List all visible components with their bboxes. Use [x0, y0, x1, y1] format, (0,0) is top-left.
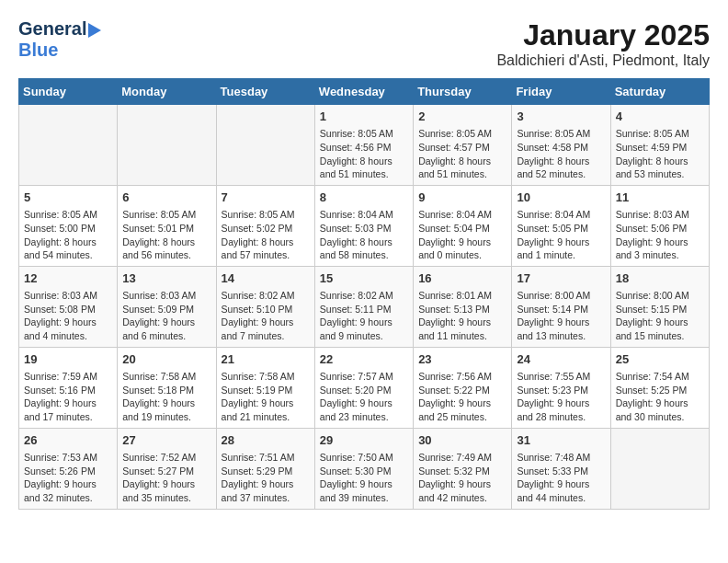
- calendar-cell: 10Sunrise: 8:04 AMSunset: 5:05 PMDayligh…: [512, 185, 610, 266]
- day-header-wednesday: Wednesday: [314, 79, 413, 105]
- calendar-week-5: 26Sunrise: 7:53 AMSunset: 5:26 PMDayligh…: [19, 428, 710, 509]
- day-number: 1: [320, 109, 408, 125]
- calendar-cell: 11Sunrise: 8:03 AMSunset: 5:06 PMDayligh…: [610, 185, 709, 266]
- day-content: Sunset: 5:00 PM: [24, 222, 112, 236]
- calendar-week-1: 1Sunrise: 8:05 AMSunset: 4:56 PMDaylight…: [19, 105, 710, 186]
- calendar-cell: 31Sunrise: 7:48 AMSunset: 5:33 PMDayligh…: [512, 428, 610, 509]
- calendar-cell: 21Sunrise: 7:58 AMSunset: 5:19 PMDayligh…: [216, 347, 314, 428]
- day-number: 20: [122, 351, 210, 368]
- day-header-sunday: Sunday: [19, 79, 118, 105]
- day-content: Daylight: 9 hours and 23 minutes.: [320, 396, 408, 423]
- day-content: Sunset: 5:16 PM: [24, 384, 112, 397]
- calendar-cell: 23Sunrise: 7:56 AMSunset: 5:22 PMDayligh…: [414, 347, 512, 428]
- calendar-cell: 29Sunrise: 7:50 AMSunset: 5:30 PMDayligh…: [314, 428, 413, 509]
- day-number: 2: [418, 109, 506, 125]
- calendar-title: January 2025: [496, 18, 710, 52]
- day-number: 24: [517, 351, 605, 368]
- day-content: Sunrise: 8:03 AM: [122, 289, 210, 303]
- day-content: Daylight: 9 hours and 11 minutes.: [418, 316, 506, 342]
- calendar-cell: 1Sunrise: 8:05 AMSunset: 4:56 PMDaylight…: [314, 105, 413, 186]
- day-content: Sunrise: 7:58 AM: [222, 370, 310, 384]
- day-content: Daylight: 8 hours and 58 minutes.: [320, 236, 408, 262]
- calendar-cell: [118, 105, 216, 186]
- day-content: Sunset: 4:57 PM: [418, 141, 506, 155]
- calendar-cell: 15Sunrise: 8:02 AMSunset: 5:11 PMDayligh…: [314, 266, 413, 347]
- calendar-cell: 30Sunrise: 7:49 AMSunset: 5:32 PMDayligh…: [414, 428, 512, 509]
- day-content: Sunrise: 8:05 AM: [320, 127, 408, 141]
- day-number: 31: [517, 432, 605, 449]
- day-content: Sunset: 5:20 PM: [320, 384, 408, 397]
- day-number: 28: [222, 432, 310, 449]
- calendar-cell: 20Sunrise: 7:58 AMSunset: 5:18 PMDayligh…: [118, 347, 216, 428]
- day-content: Sunset: 5:27 PM: [122, 465, 210, 478]
- day-content: Sunset: 5:14 PM: [517, 303, 605, 316]
- day-content: Daylight: 9 hours and 39 minutes.: [320, 477, 408, 504]
- day-content: Sunset: 5:03 PM: [320, 222, 408, 236]
- day-content: Sunrise: 8:04 AM: [418, 208, 506, 222]
- calendar-cell: 9Sunrise: 8:04 AMSunset: 5:04 PMDaylight…: [414, 185, 512, 266]
- day-content: Daylight: 9 hours and 7 minutes.: [222, 316, 310, 342]
- day-content: Sunrise: 7:57 AM: [320, 370, 408, 384]
- day-content: Daylight: 9 hours and 28 minutes.: [517, 396, 605, 423]
- day-content: Sunrise: 8:05 AM: [222, 208, 310, 222]
- day-content: Daylight: 9 hours and 4 minutes.: [24, 316, 112, 342]
- day-header-row: SundayMondayTuesdayWednesdayThursdayFrid…: [19, 79, 710, 105]
- day-content: Sunset: 5:02 PM: [222, 222, 310, 236]
- day-number: 22: [320, 351, 408, 368]
- day-content: Sunrise: 8:02 AM: [222, 289, 310, 303]
- day-content: Sunrise: 7:53 AM: [24, 451, 112, 465]
- calendar-cell: 22Sunrise: 7:57 AMSunset: 5:20 PMDayligh…: [314, 347, 413, 428]
- day-content: Sunset: 5:29 PM: [222, 465, 310, 478]
- day-content: Daylight: 8 hours and 52 minutes.: [517, 155, 605, 181]
- day-content: Sunset: 5:10 PM: [222, 303, 310, 316]
- day-content: Sunrise: 7:51 AM: [222, 451, 310, 465]
- day-number: 5: [24, 190, 112, 206]
- day-number: 14: [222, 270, 310, 287]
- day-number: 7: [222, 190, 310, 206]
- day-content: Sunrise: 8:03 AM: [24, 289, 112, 303]
- day-content: Sunrise: 7:55 AM: [517, 370, 605, 384]
- day-content: Daylight: 9 hours and 17 minutes.: [24, 396, 112, 423]
- calendar-cell: 5Sunrise: 8:05 AMSunset: 5:00 PMDaylight…: [19, 185, 118, 266]
- day-content: Sunrise: 8:00 AM: [517, 289, 605, 303]
- day-content: Sunrise: 8:01 AM: [418, 289, 506, 303]
- day-content: Sunset: 5:33 PM: [517, 465, 605, 478]
- calendar-cell: 25Sunrise: 7:54 AMSunset: 5:25 PMDayligh…: [610, 347, 709, 428]
- day-content: Sunset: 5:23 PM: [517, 384, 605, 397]
- day-content: Sunset: 5:08 PM: [24, 303, 112, 316]
- day-content: Sunrise: 8:05 AM: [517, 127, 605, 141]
- calendar-table: SundayMondayTuesdayWednesdayThursdayFrid…: [18, 78, 710, 510]
- day-number: 11: [616, 190, 704, 206]
- day-content: Sunrise: 8:05 AM: [418, 127, 506, 141]
- day-header-tuesday: Tuesday: [216, 79, 314, 105]
- day-number: 26: [24, 432, 112, 449]
- calendar-week-3: 12Sunrise: 8:03 AMSunset: 5:08 PMDayligh…: [19, 266, 710, 347]
- calendar-cell: 14Sunrise: 8:02 AMSunset: 5:10 PMDayligh…: [216, 266, 314, 347]
- day-content: Daylight: 9 hours and 0 minutes.: [418, 236, 506, 262]
- day-content: Daylight: 9 hours and 32 minutes.: [24, 477, 112, 504]
- day-content: Daylight: 9 hours and 25 minutes.: [418, 396, 506, 423]
- day-content: Sunset: 5:19 PM: [222, 384, 310, 397]
- title-block: January 2025 Baldichieri d'Asti, Piedmon…: [496, 18, 710, 69]
- day-number: 17: [517, 270, 605, 287]
- day-content: Sunset: 5:04 PM: [418, 222, 506, 236]
- day-content: Sunrise: 7:56 AM: [418, 370, 506, 384]
- day-content: Sunset: 5:32 PM: [418, 465, 506, 478]
- day-content: Sunrise: 8:03 AM: [616, 208, 704, 222]
- day-content: Sunset: 4:59 PM: [616, 141, 704, 155]
- calendar-cell: 12Sunrise: 8:03 AMSunset: 5:08 PMDayligh…: [19, 266, 118, 347]
- day-number: 3: [517, 109, 605, 125]
- day-number: 15: [320, 270, 408, 287]
- day-content: Sunrise: 7:59 AM: [24, 370, 112, 384]
- day-header-saturday: Saturday: [610, 79, 709, 105]
- calendar-cell: 7Sunrise: 8:05 AMSunset: 5:02 PMDaylight…: [216, 185, 314, 266]
- day-content: Sunset: 5:30 PM: [320, 465, 408, 478]
- day-content: Sunrise: 7:49 AM: [418, 451, 506, 465]
- day-content: Sunset: 5:22 PM: [418, 384, 506, 397]
- day-content: Sunrise: 8:04 AM: [517, 208, 605, 222]
- calendar-cell: 18Sunrise: 8:00 AMSunset: 5:15 PMDayligh…: [610, 266, 709, 347]
- day-content: Sunrise: 7:50 AM: [320, 451, 408, 465]
- calendar-week-2: 5Sunrise: 8:05 AMSunset: 5:00 PMDaylight…: [19, 185, 710, 266]
- day-content: Sunset: 4:58 PM: [517, 141, 605, 155]
- day-content: Sunset: 5:15 PM: [616, 303, 704, 316]
